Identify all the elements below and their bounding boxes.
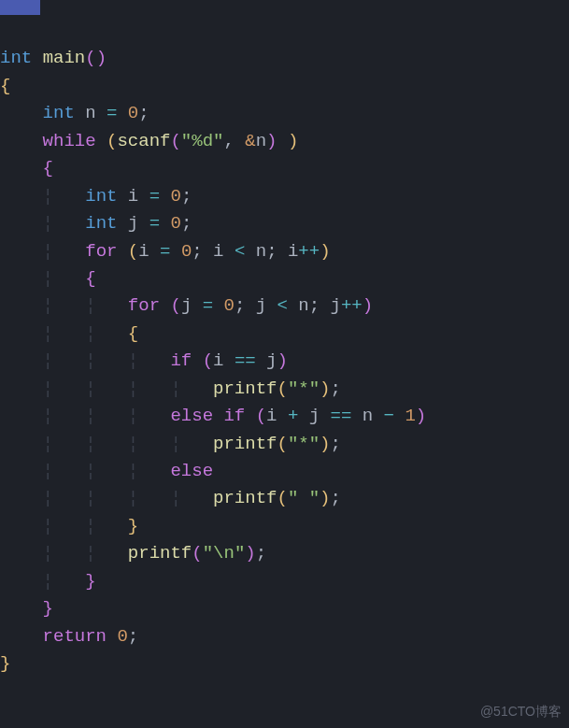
- num: 1: [405, 406, 415, 426]
- var-j: j: [181, 295, 192, 316]
- op-lt: <: [277, 295, 288, 316]
- var-i: i: [213, 350, 223, 371]
- paren: ): [266, 131, 277, 151]
- comma: ,: [223, 131, 234, 151]
- indent-guide: ¦ ¦: [43, 323, 96, 344]
- num: 0: [224, 295, 235, 316]
- indent-guide: ¦ ¦ ¦: [43, 461, 139, 481]
- var-j: j: [256, 295, 266, 316]
- kw-if: if: [170, 350, 192, 371]
- paren: (): [85, 48, 107, 68]
- kw-while: while: [43, 131, 96, 151]
- paren: ): [363, 295, 373, 316]
- paren: ): [320, 434, 330, 454]
- kw-for: for: [128, 295, 160, 316]
- kw-return: return: [43, 626, 107, 647]
- indent-guide: ¦: [43, 241, 53, 262]
- fn-printf: printf: [213, 434, 277, 454]
- op-minus: −: [384, 406, 394, 426]
- brace: }: [43, 598, 53, 619]
- semi: ;: [331, 434, 341, 454]
- op-eq: =: [149, 186, 160, 207]
- semi: ;: [192, 241, 202, 262]
- paren: (: [203, 350, 213, 371]
- op-eq: =: [107, 103, 117, 123]
- indent-guide: ¦ ¦ ¦: [43, 350, 139, 371]
- type-int: int: [0, 48, 32, 68]
- indent-guide: ¦: [43, 268, 53, 289]
- indent-guide: ¦ ¦: [43, 295, 96, 316]
- semi: ;: [266, 241, 277, 262]
- indent-guide: ¦: [43, 213, 53, 234]
- fn-main: main: [43, 48, 86, 68]
- num: 0: [181, 241, 192, 262]
- type-int: int: [85, 186, 117, 207]
- watermark: @51CTO博客: [480, 702, 562, 722]
- var-n: n: [363, 406, 373, 426]
- brace: {: [0, 76, 10, 96]
- op-eqeq: ==: [331, 406, 352, 426]
- paren: ): [320, 241, 330, 262]
- type-int: int: [43, 103, 75, 123]
- op-inc: ++: [341, 295, 363, 316]
- paren: (: [256, 406, 266, 426]
- var-n: n: [256, 131, 266, 151]
- num: 0: [170, 213, 180, 234]
- paren: (: [128, 241, 138, 262]
- kw-for: for: [85, 241, 117, 262]
- paren: (: [277, 488, 287, 508]
- var-i: i: [288, 241, 298, 262]
- str: "*": [288, 378, 320, 399]
- paren: ): [320, 488, 330, 508]
- type-int: int: [85, 213, 117, 234]
- paren: ): [320, 378, 330, 399]
- op-eqeq: ==: [235, 350, 256, 371]
- brace: {: [128, 323, 138, 344]
- brace: {: [85, 268, 95, 289]
- kw-if: if: [223, 406, 245, 426]
- paren: ): [277, 350, 288, 371]
- var-j: j: [128, 213, 138, 234]
- var-n: n: [256, 241, 266, 262]
- op-eq: =: [149, 213, 160, 234]
- semi: ;: [138, 103, 149, 123]
- semi: ;: [309, 295, 320, 316]
- indent-guide: ¦: [43, 571, 53, 592]
- selection-highlight: [0, 0, 40, 15]
- var-i: i: [138, 241, 149, 262]
- kw-else: else: [170, 461, 213, 481]
- var-n: n: [85, 103, 95, 123]
- paren: (: [170, 131, 180, 151]
- semi: ;: [331, 378, 341, 399]
- var-i: i: [213, 241, 223, 262]
- str: "\n": [203, 543, 246, 564]
- indent-guide: ¦ ¦: [43, 543, 96, 564]
- op-eq: =: [160, 241, 170, 262]
- op-plus: +: [288, 406, 298, 426]
- op-amp: &: [245, 131, 255, 151]
- var-i: i: [128, 186, 138, 207]
- paren: (: [192, 543, 202, 564]
- semi: ;: [331, 488, 341, 508]
- str: "%d": [181, 131, 224, 151]
- paren: (: [277, 434, 287, 454]
- paren: ): [288, 131, 298, 151]
- paren: (: [107, 131, 117, 151]
- paren: ): [245, 543, 255, 564]
- var-j: j: [331, 295, 341, 316]
- indent-guide: ¦ ¦: [43, 516, 96, 536]
- op-inc: ++: [298, 241, 320, 262]
- num: 0: [117, 626, 127, 647]
- op-eq: =: [203, 295, 213, 316]
- op-lt: <: [235, 241, 245, 262]
- brace: }: [85, 571, 95, 592]
- code-block: int main() { int n = 0; while (scanf("%d…: [0, 0, 569, 678]
- var-j: j: [266, 350, 277, 371]
- indent-guide: ¦ ¦ ¦ ¦: [43, 488, 181, 508]
- str: "*": [288, 434, 320, 454]
- str: " ": [288, 488, 320, 508]
- var-n: n: [298, 295, 308, 316]
- semi: ;: [181, 186, 192, 207]
- indent-guide: ¦ ¦ ¦ ¦: [43, 434, 181, 454]
- indent-guide: ¦ ¦ ¦ ¦: [43, 378, 181, 399]
